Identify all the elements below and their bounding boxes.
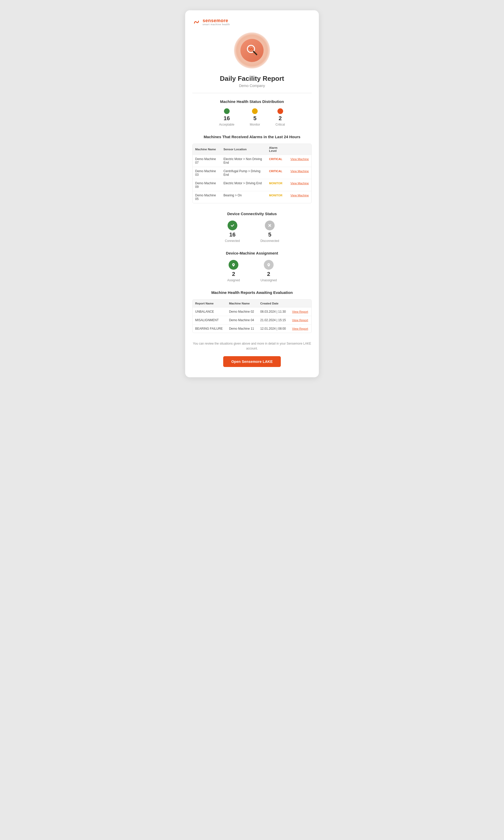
report-subtitle: Demo Company: [192, 84, 312, 88]
logo-area: sensemore smart machine health: [192, 18, 312, 26]
col-alarm-level: Alarm Level: [266, 144, 288, 155]
status-row: 16 Acceptable 5 Monitor 2 Critical: [192, 108, 312, 126]
title-divider: [192, 93, 312, 93]
connectivity-title: Device Connectivity Status: [192, 212, 312, 216]
cell-sensor: Electric Motor > Driving End: [221, 179, 266, 191]
logo-text: sensemore smart machine health: [203, 18, 230, 26]
cell-machine: Demo Machine 05: [193, 191, 221, 203]
status-dot-critical: [277, 108, 283, 114]
disconnected-label: Disconnected: [260, 239, 279, 243]
table-row: Demo Machine 07 Electric Motor > Non Dri…: [193, 155, 311, 167]
cell-link[interactable]: View Machine: [288, 179, 311, 191]
alarms-table: Machine Name Sensor Location Alarm Level…: [193, 144, 311, 203]
cell-alarm-level: MONITOR: [266, 191, 288, 203]
cell-link[interactable]: View Report: [290, 325, 311, 333]
cell-report-name: BEARING FAILURE: [193, 325, 227, 333]
cell-report-name: UNBALANCE: [193, 308, 227, 316]
status-label-monitor: Monitor: [250, 123, 260, 126]
svg-point-1: [230, 223, 235, 228]
cell-machine: Demo Machine 09: [193, 179, 221, 191]
status-label-acceptable: Acceptable: [219, 123, 234, 126]
hero-illustration: [192, 32, 312, 68]
cell-link[interactable]: View Report: [290, 316, 311, 325]
reports-table: Report Name Machine Name Created Date UN…: [193, 300, 311, 333]
cell-sensor: Bearing > On: [221, 191, 266, 203]
alarms-section: Machines That Received Alarms in the Las…: [192, 135, 312, 203]
status-label-critical: Critical: [275, 123, 285, 126]
cell-alarm-level: CRITICAL: [266, 167, 288, 179]
col-report-action: [290, 300, 311, 308]
disconnected-item: 5 Disconnected: [260, 221, 279, 243]
view-report-link[interactable]: View Report: [292, 310, 308, 313]
cell-link[interactable]: View Machine: [288, 191, 311, 203]
table-row: Demo Machine 09 Electric Motor > Driving…: [193, 179, 311, 191]
unassigned-count: 2: [267, 271, 270, 277]
unassigned-item: 2 Unassigned: [260, 260, 277, 282]
col-created-date: Created Date: [258, 300, 290, 308]
view-machine-link[interactable]: View Machine: [291, 170, 309, 173]
col-machine-name: Machine Name: [227, 300, 258, 308]
assigned-count: 2: [232, 271, 235, 277]
cell-link[interactable]: View Machine: [288, 167, 311, 179]
report-title: Daily Facility Report: [192, 75, 312, 83]
logo-tagline: smart machine health: [203, 23, 230, 26]
alarm-badge-critical: CRITICAL: [269, 158, 282, 161]
view-report-link[interactable]: View Report: [292, 319, 308, 322]
cell-date: 08.03.2024 | 11:30: [258, 308, 290, 316]
col-machine-name: Machine Name: [193, 144, 221, 155]
status-critical: 2 Critical: [275, 108, 285, 126]
location-pin-empty-icon: [266, 262, 272, 268]
col-sensor-location: Sensor Location: [221, 144, 266, 155]
open-lake-button[interactable]: Open Sensemore LAKE: [223, 356, 281, 367]
location-pin-filled-icon: [231, 262, 236, 268]
status-count-monitor: 5: [253, 115, 256, 122]
table-row: MISALIGNMENT Demo Machine 04 21.02.2024 …: [193, 316, 311, 325]
connected-item: 16 Connected: [225, 221, 240, 243]
x-icon: [267, 223, 273, 228]
cell-machine: Demo Machine 02: [227, 308, 258, 316]
alarms-table-body: Demo Machine 07 Electric Motor > Non Dri…: [193, 155, 311, 203]
view-machine-link[interactable]: View Machine: [291, 194, 309, 197]
logo-name: sensemore: [203, 18, 230, 23]
table-row: Demo Machine 03 Centrifugal Pump > Drivi…: [193, 167, 311, 179]
alarms-title: Machines That Received Alarms in the Las…: [192, 135, 312, 139]
alarm-badge-monitor: MONITOR: [269, 194, 282, 197]
alarm-badge-critical: CRITICAL: [269, 170, 282, 173]
cell-machine: Demo Machine 11: [227, 325, 258, 333]
disconnected-count: 5: [268, 231, 271, 238]
connectivity-section: Device Connectivity Status 16 Connected: [192, 212, 312, 243]
table-row: UNBALANCE Demo Machine 02 08.03.2024 | 1…: [193, 308, 311, 316]
disconnected-icon: [265, 221, 275, 230]
view-machine-link[interactable]: View Machine: [291, 182, 309, 185]
reports-table-wrap: Report Name Machine Name Created Date UN…: [192, 299, 312, 333]
connectivity-row: 16 Connected 5 Disconnected: [192, 221, 312, 243]
view-report-link[interactable]: View Report: [292, 327, 308, 330]
assigned-item: 2 Assigned: [227, 260, 240, 282]
assignment-section: Device-Machine Assignment 2 Assigned: [192, 251, 312, 282]
col-report-name: Report Name: [193, 300, 227, 308]
status-acceptable: 16 Acceptable: [219, 108, 234, 126]
cell-date: 12.01.2024 | 08:00: [258, 325, 290, 333]
status-count-acceptable: 16: [223, 115, 230, 122]
health-status-title: Machine Health Status Distribution: [192, 99, 312, 104]
view-machine-link[interactable]: View Machine: [291, 158, 309, 161]
check-icon: [230, 223, 235, 228]
hero-inner-circle: [240, 39, 264, 62]
svg-point-6: [268, 264, 269, 265]
table-row: BEARING FAILURE Demo Machine 11 12.01.20…: [193, 325, 311, 333]
hero-outer-circle: [234, 32, 270, 68]
health-status-section: Machine Health Status Distribution 16 Ac…: [192, 99, 312, 126]
reports-title: Machine Health Reports Awaiting Evaluati…: [192, 290, 312, 295]
reports-header-row: Report Name Machine Name Created Date: [193, 300, 311, 308]
assigned-icon: [229, 260, 238, 270]
cell-link[interactable]: View Report: [290, 308, 311, 316]
cell-report-name: MISALIGNMENT: [193, 316, 227, 325]
cell-alarm-level: MONITOR: [266, 179, 288, 191]
cell-sensor: Electric Motor > Non Driving End: [221, 155, 266, 167]
sensemore-logo-icon: [192, 18, 201, 26]
connected-icon: [228, 221, 237, 230]
assign-row: 2 Assigned 2 Unassigned: [192, 260, 312, 282]
assigned-label: Assigned: [227, 278, 240, 282]
status-count-critical: 2: [279, 115, 282, 122]
cell-link[interactable]: View Machine: [288, 155, 311, 167]
